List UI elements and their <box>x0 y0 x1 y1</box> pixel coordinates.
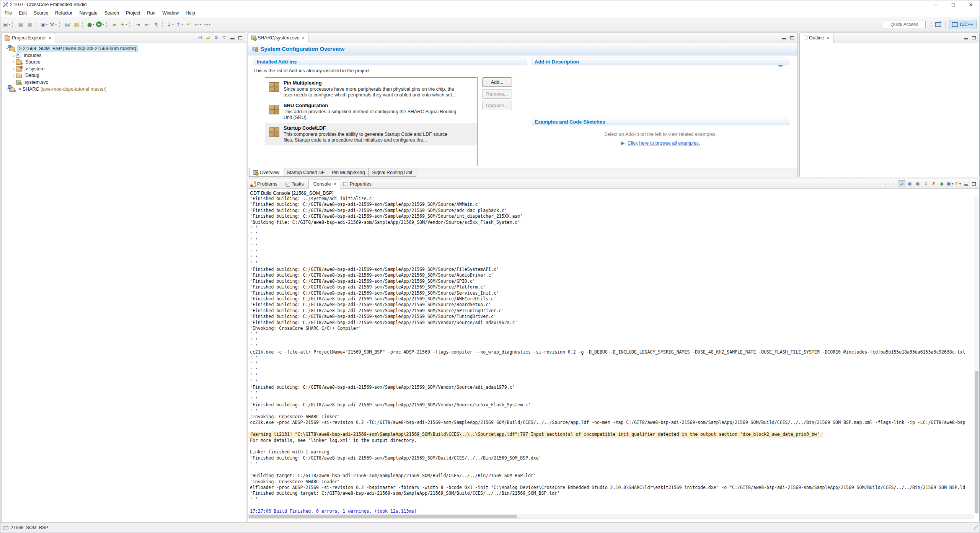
dropdown-arrow-icon[interactable]: ▾ <box>126 23 127 26</box>
minimize-console-icon[interactable] <box>962 180 970 187</box>
page-tab-signal-routing-unit[interactable]: Signal Routing Unit <box>368 168 416 177</box>
dropdown-arrow-icon[interactable]: ▾ <box>55 23 57 26</box>
menu-help[interactable]: Help <box>182 10 199 16</box>
link-console-icon[interactable]: ⇄ <box>898 180 905 187</box>
dropdown-arrow-icon[interactable]: ▾ <box>209 23 210 26</box>
minimize-editor-icon[interactable] <box>780 34 788 41</box>
menu-window[interactable]: Window <box>159 10 182 16</box>
console-output[interactable]: 'Finished building: ../system/adi_initia… <box>248 196 974 513</box>
tab-console[interactable]: Console✕ <box>308 179 340 189</box>
dropdown-arrow-icon[interactable]: ▾ <box>172 23 174 26</box>
tree-expander-icon[interactable]: › <box>11 53 16 58</box>
menu-search[interactable]: Search <box>101 10 122 16</box>
search-icon[interactable]: ✦▾ <box>119 20 128 29</box>
resize-grip-icon[interactable] <box>973 525 978 530</box>
quick-access-box[interactable]: Quick Access <box>883 21 926 28</box>
menu-source[interactable]: Source <box>30 10 52 16</box>
perspective-cpp-button[interactable]: C/C++ <box>949 20 977 29</box>
add-button[interactable]: Add... <box>482 77 512 87</box>
word-wrap-icon[interactable]: ≡ <box>922 180 929 187</box>
view-menu-icon[interactable]: ▽ <box>220 34 228 41</box>
scroll-lock-icon[interactable]: ▣ <box>914 180 921 187</box>
collapse-all-icon[interactable]: ⊟ <box>196 34 204 41</box>
close-console-tab-icon[interactable]: ✕ <box>333 182 337 187</box>
scroll-to-previous-icon[interactable]: ↑ <box>890 180 897 187</box>
down-history-icon[interactable]: ↓▾ <box>166 20 175 29</box>
dropdown-arrow-icon[interactable]: ▾ <box>9 23 10 26</box>
tree-item--sharc[interactable]: ›C?> SHARC [awe-mod-dspc-tutorial master… <box>5 86 108 93</box>
menu-file[interactable]: File <box>1 10 15 16</box>
clear-console-icon[interactable]: ✗ <box>930 180 938 187</box>
maximize-view-icon[interactable] <box>236 34 244 41</box>
dropdown-arrow-icon[interactable]: ▾ <box>181 23 183 26</box>
tree-expander-icon[interactable]: › <box>11 59 16 65</box>
maximize-button[interactable]: □ <box>944 0 962 9</box>
build-icon[interactable]: ⚒▾ <box>49 20 58 29</box>
tree-item--21569-som-bsp[interactable]: ›C> 21569_SOM_BSP [awe8-bsp-adi-21569-so… <box>5 45 138 52</box>
open-folder-icon[interactable]: ▰ <box>110 20 119 29</box>
tree-item--system[interactable]: ›> system <box>11 65 46 72</box>
close-editor-icon[interactable]: ✕ <box>302 36 305 41</box>
menu-navigate[interactable]: Navigate <box>76 10 101 16</box>
page-tab-overview[interactable]: Overview <box>249 168 283 177</box>
previous-annotation-icon[interactable]: ⇤ <box>142 20 152 29</box>
dropdown-arrow-icon[interactable]: ▾ <box>103 23 104 26</box>
tree-item-source[interactable]: ›?Source <box>11 59 42 65</box>
addin-item[interactable]: Startup Code/LDFThis component provides … <box>265 123 477 145</box>
tab-tasks[interactable]: Tasks <box>282 179 309 189</box>
tab-editor-system-svc[interactable]: SHARC/system.svc ✕ <box>248 33 308 42</box>
close-outline-icon[interactable]: ✕ <box>827 36 830 41</box>
show-on-stdout-icon[interactable]: ▣ <box>906 180 913 187</box>
view-menu-gear-icon[interactable]: ⚙ <box>212 34 220 41</box>
maximize-outline-icon[interactable] <box>970 34 978 41</box>
tree-expander-icon[interactable]: › <box>11 73 16 78</box>
next-annotation-icon[interactable]: ⇥ <box>133 20 142 29</box>
menu-refactor[interactable]: Refactor <box>52 10 76 16</box>
dropdown-arrow-icon[interactable]: ▾ <box>952 182 953 186</box>
menu-run[interactable]: Run <box>143 10 159 16</box>
console-horizontal-scrollbar[interactable] <box>248 514 973 519</box>
forward-icon[interactable]: →▾ <box>202 20 212 29</box>
addin-item[interactable]: SRU ConfigurationThis add-in provides a … <box>265 100 477 123</box>
open-perspective-icon[interactable] <box>934 20 944 29</box>
up-history-icon[interactable]: ↑▾ <box>175 20 184 29</box>
tree-item-system-svc[interactable]: system.svc <box>11 79 49 86</box>
dropdown-arrow-icon[interactable]: ▾ <box>46 23 47 26</box>
menu-project[interactable]: Project <box>122 10 143 16</box>
display-console-icon[interactable]: ▣▾ <box>946 180 954 187</box>
tab-project-explorer[interactable]: Project Explorer ✕ <box>1 33 55 42</box>
tree-item-debug[interactable]: ›Debug <box>11 72 41 79</box>
page-tab-pin-multiplexing[interactable]: Pin Multiplexing <box>328 168 369 177</box>
save-icon[interactable]: ▦ <box>16 20 25 29</box>
binary-file-icon[interactable]: ▤ <box>63 20 72 29</box>
pin-console-icon[interactable]: ◆ <box>938 180 946 187</box>
dropdown-arrow-icon[interactable]: ▾ <box>200 23 201 26</box>
dropdown-arrow-icon[interactable]: ▾ <box>959 182 961 186</box>
scroll-to-next-icon[interactable]: ↓ <box>882 180 889 187</box>
save-all-icon[interactable]: ▩ <box>25 20 34 29</box>
tree-expander-icon[interactable]: › <box>11 66 16 72</box>
close-view-icon[interactable]: ✕ <box>48 36 52 41</box>
tab-problems[interactable]: Problems <box>248 179 282 189</box>
close-button[interactable]: ✕ <box>962 0 980 9</box>
backward-icon[interactable]: ←▾ <box>193 20 202 29</box>
page-tab-startup-code-ldf[interactable]: Startup Code/LDF <box>283 168 328 177</box>
minimize-button[interactable]: ─ <box>927 0 944 9</box>
menu-edit[interactable]: Edit <box>15 10 30 16</box>
tree-item-includes[interactable]: ›Includes <box>11 52 43 59</box>
maximize-console-icon[interactable] <box>970 180 978 187</box>
run-icon[interactable]: ▶▾ <box>95 20 105 29</box>
maximize-editor-icon[interactable] <box>788 34 796 41</box>
console-vertical-scrollbar[interactable] <box>974 196 979 513</box>
minimize-view-icon[interactable] <box>228 34 236 41</box>
open-console-icon[interactable]: ⊞▾ <box>954 180 962 187</box>
tab-outline[interactable]: Outline ✕ <box>799 33 833 42</box>
dropdown-arrow-icon[interactable]: ▾ <box>93 23 94 26</box>
debug-icon[interactable]: ●▾ <box>86 20 95 29</box>
back-icon[interactable]: ↶ <box>184 20 193 29</box>
minimize-outline-icon[interactable] <box>962 34 970 41</box>
browse-examples-link[interactable]: Click here to browse all examples. <box>628 140 700 146</box>
tab-properties[interactable]: Properties <box>340 179 377 189</box>
link-with-editor-icon[interactable]: ⇄ <box>204 34 212 41</box>
addin-item[interactable]: Pin MultiplexingSince some processors ha… <box>265 78 477 100</box>
